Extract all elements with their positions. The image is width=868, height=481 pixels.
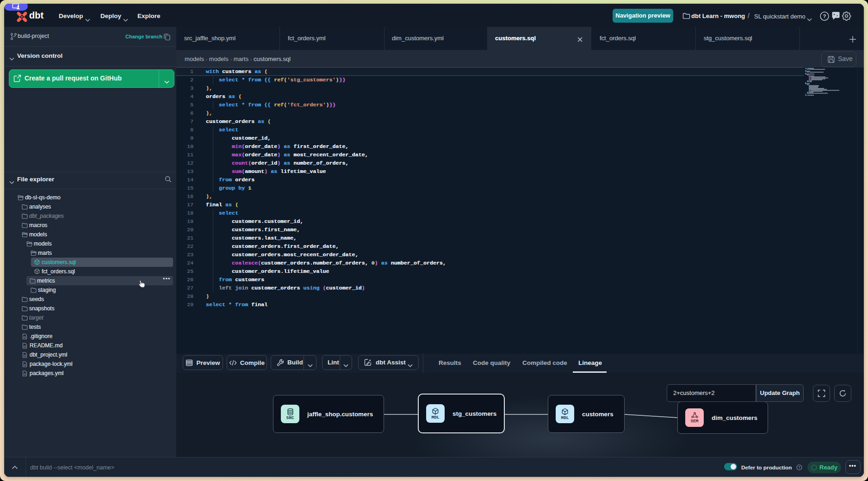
svg-text:?: ?	[798, 465, 800, 469]
